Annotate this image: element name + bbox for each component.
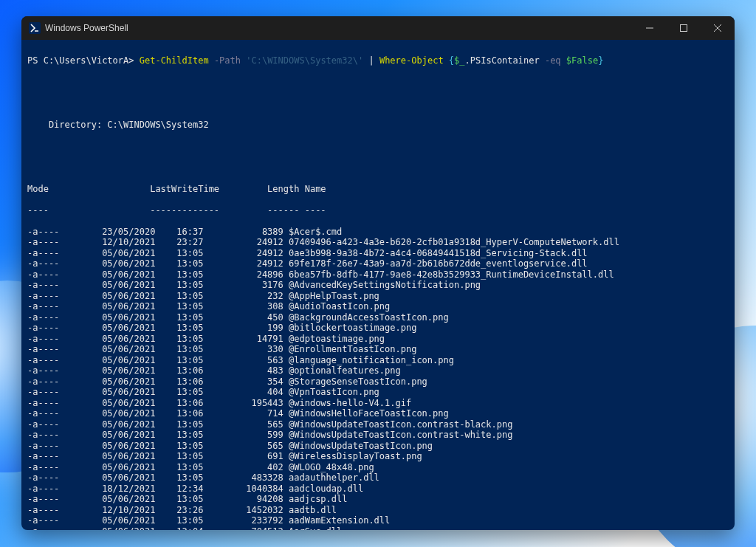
file-row: -a---- 05/06/2021 13:05 308 @AudioToastI… bbox=[27, 301, 729, 312]
powershell-icon bbox=[29, 22, 41, 34]
file-row: -a---- 12/10/2021 23:27 24912 07409496-a… bbox=[27, 237, 729, 248]
column-headers: Mode LastWriteTime Length Name bbox=[27, 184, 729, 195]
file-row: -a---- 05/06/2021 13:05 3176 @AdvancedKe… bbox=[27, 280, 729, 291]
title-bar[interactable]: Windows PowerShell bbox=[21, 16, 735, 40]
file-row: -a---- 05/06/2021 13:06 714 @WindowsHell… bbox=[27, 408, 729, 419]
prompt: PS C:\Users\VictorA> bbox=[27, 55, 134, 66]
file-row: -a---- 05/06/2021 13:05 565 @WindowsUpda… bbox=[27, 419, 729, 430]
file-row: -a---- 05/06/2021 13:05 402 @WLOGO_48x48… bbox=[27, 462, 729, 473]
file-row: -a---- 23/05/2020 16:37 8389 $Acer$.cmd bbox=[27, 227, 729, 238]
file-row: -a---- 05/06/2021 13:05 565 @WindowsUpda… bbox=[27, 441, 729, 452]
file-row: -a---- 05/06/2021 13:05 691 @WirelessDis… bbox=[27, 451, 729, 462]
file-row: -a---- 05/06/2021 13:05 330 @EnrollmentT… bbox=[27, 344, 729, 355]
file-row: -a---- 12/10/2021 23:26 1452032 aadtb.dl… bbox=[27, 505, 729, 516]
file-row: -a---- 05/06/2021 13:05 563 @language_no… bbox=[27, 355, 729, 366]
file-row: -a---- 05/06/2021 13:05 24912 69fe178f-2… bbox=[27, 258, 729, 269]
file-row: -a---- 05/06/2021 13:05 24896 6bea57fb-8… bbox=[27, 269, 729, 281]
file-row: -a---- 05/06/2021 13:06 354 @StorageSens… bbox=[27, 376, 729, 388]
window-title: Windows PowerShell bbox=[45, 23, 128, 33]
file-row: -a---- 05/06/2021 13:04 704512 AarSvc.dl… bbox=[27, 526, 729, 531]
svg-rect-0 bbox=[681, 25, 687, 32]
file-row: -a---- 05/06/2021 13:05 94208 aadjcsp.dl… bbox=[27, 494, 729, 505]
file-row: -a---- 05/06/2021 13:05 450 @BackgroundA… bbox=[27, 312, 729, 323]
file-row: -a---- 05/06/2021 13:05 599 @WindowsUpda… bbox=[27, 430, 729, 441]
close-button[interactable] bbox=[701, 16, 735, 40]
file-row: -a---- 05/06/2021 13:05 404 @VpnToastIco… bbox=[27, 387, 729, 398]
maximize-button[interactable] bbox=[667, 16, 701, 40]
file-row: -a---- 05/06/2021 13:05 14791 @edptoasti… bbox=[27, 334, 729, 345]
file-row: -a---- 18/12/2021 12:34 1040384 aadcloud… bbox=[27, 484, 729, 495]
file-listing: -a---- 23/05/2020 16:37 8389 $Acer$.cmd-… bbox=[27, 227, 729, 531]
column-dashes: ---- ------------- ------ ---- bbox=[27, 205, 729, 216]
file-row: -a---- 05/06/2021 13:06 483 @optionalfea… bbox=[27, 365, 729, 376]
file-row: -a---- 05/06/2021 13:06 195443 @windows-… bbox=[27, 398, 729, 409]
terminal-output[interactable]: PS C:\Users\VictorA> Get-ChildItem -Path… bbox=[21, 40, 735, 530]
file-row: -a---- 05/06/2021 13:05 24912 0ae3b998-9… bbox=[27, 248, 729, 259]
file-row: -a---- 05/06/2021 13:05 233792 aadWamExt… bbox=[27, 515, 729, 526]
file-row: -a---- 05/06/2021 13:05 199 @bitlockerto… bbox=[27, 323, 729, 334]
file-row: -a---- 05/06/2021 13:05 483328 aadauthhe… bbox=[27, 472, 729, 484]
directory-line: Directory: C:\WINDOWS\System32 bbox=[27, 120, 729, 131]
command-line: PS C:\Users\VictorA> Get-ChildItem -Path… bbox=[27, 55, 729, 66]
minimize-button[interactable] bbox=[633, 16, 667, 40]
powershell-window: Windows PowerShell PS C:\Users\VictorA> … bbox=[21, 16, 735, 530]
file-row: -a---- 05/06/2021 13:05 232 @AppHelpToas… bbox=[27, 291, 729, 302]
